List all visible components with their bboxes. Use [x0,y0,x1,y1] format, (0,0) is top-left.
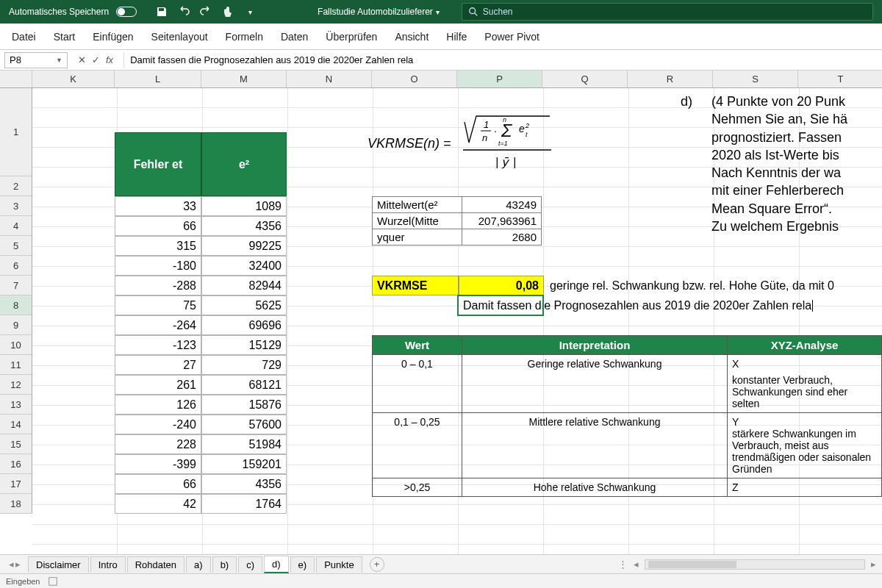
new-sheet-button[interactable]: + [370,557,384,572]
redo-icon[interactable] [198,4,213,19]
cell-M6[interactable]: 32400 [201,256,287,276]
ribbon-tab-daten[interactable]: Daten [281,25,308,49]
cell-L7[interactable]: -288 [115,276,201,295]
row-3[interactable]: 3 [0,196,32,216]
row-7[interactable]: 7 [0,276,32,295]
cell-M15[interactable]: 51984 [201,434,287,454]
ribbon-tab-hilfe[interactable]: Hilfe [446,25,467,49]
cell-L14[interactable]: -240 [115,415,201,434]
cell-M8[interactable]: 5625 [201,295,287,315]
sheet-tab-e[interactable]: e) [290,556,315,573]
cell-M16[interactable]: 159201 [201,454,287,474]
cell-M10[interactable]: 15129 [201,335,287,355]
hscroll-right-icon[interactable]: ▸ [871,559,876,570]
cell-M12[interactable]: 68121 [201,375,287,395]
interp-h-wert[interactable]: Wert [373,336,462,355]
cell-L10[interactable]: -123 [115,335,201,355]
touch-icon[interactable] [220,4,235,19]
select-all-corner[interactable] [0,71,32,88]
overflow-icon[interactable]: ▾ [243,4,257,19]
cell-L17[interactable]: 66 [115,474,201,494]
row-15[interactable]: 15 [0,434,32,454]
name-box[interactable]: P8 ▼ [4,52,68,68]
interp-h-xyz[interactable]: XYZ-Analyse [728,336,882,355]
formula-input[interactable]: Damit fassen die Prognosezahlen aus 2019… [123,52,882,68]
col-R[interactable]: R [628,71,713,88]
cell-L5[interactable]: 315 [115,236,201,256]
interp-r1-wert[interactable]: 0 – 0,1 [373,355,462,413]
cell-P8-editing[interactable]: Damit fassen die Prognosezahlen aus 2019… [459,295,878,315]
autosave-toggle[interactable] [116,7,137,17]
interp-r1-xyz[interactable]: Xkonstanter Verbrauch, Schwankungen sind… [728,355,882,413]
cell-M9[interactable]: 69696 [201,315,287,335]
cell-M7[interactable]: 82944 [201,276,287,295]
cell-M13[interactable]: 15876 [201,395,287,415]
sheet-tab-c[interactable]: c) [238,556,262,573]
cell-L11[interactable]: 27 [115,355,201,375]
row-10[interactable]: 10 [0,335,32,355]
col-K[interactable]: K [32,71,115,88]
ribbon-tab-powerpivot[interactable]: Power Pivot [484,25,539,49]
row-9[interactable]: 9 [0,315,32,335]
cell-L13[interactable]: 126 [115,395,201,415]
sheet-tab-rohdaten[interactable]: Rohdaten [127,556,184,573]
cell-M11[interactable]: 729 [201,355,287,375]
cell-M17[interactable]: 4356 [201,474,287,494]
accessibility-icon[interactable] [48,576,58,587]
header-fehler-et[interactable]: Fehler et [115,132,201,196]
col-O[interactable]: O [372,71,457,88]
cell-L8[interactable]: 75 [115,295,201,315]
ribbon-tab-seitenlayout[interactable]: Seitenlayout [151,25,208,49]
sheet-area[interactable]: K L M N O P Q R S T 1 2 3 4 5 6 7 8 9 10… [0,71,882,559]
row-2[interactable]: 2 [0,176,32,196]
file-name[interactable]: Fallstudie Automobilzulieferer▾ [318,7,440,17]
row-8[interactable]: 8 [0,295,32,315]
cell-L6[interactable]: -180 [115,256,201,276]
ribbon-tab-start[interactable]: Start [54,25,76,49]
ribbon-tab-ueberpruefen[interactable]: Überprüfen [326,25,377,49]
cell-L9[interactable]: -264 [115,315,201,335]
row-16[interactable]: 16 [0,454,32,474]
horizontal-scrollbar[interactable] [645,559,865,570]
tab-nav-next-icon[interactable]: ▸ [15,559,21,570]
cell-M4[interactable]: 4356 [201,216,287,236]
row-11[interactable]: 11 [0,355,32,375]
ribbon-tab-einfuegen[interactable]: Einfügen [93,25,133,49]
cell-L15[interactable]: 228 [115,434,201,454]
undo-icon[interactable] [176,4,191,19]
row-14[interactable]: 14 [0,415,32,434]
cell-M3[interactable]: 1089 [201,196,287,216]
row-5[interactable]: 5 [0,236,32,256]
row-12[interactable]: 12 [0,375,32,395]
cell-L12[interactable]: 261 [115,375,201,395]
cell-ybar-label[interactable]: yquer [373,229,462,245]
cell-L4[interactable]: 66 [115,216,201,236]
ribbon-tab-formeln[interactable]: Formeln [226,25,263,49]
row-6[interactable]: 6 [0,256,32,276]
hscroll-left-icon[interactable]: ◂ [634,559,639,570]
interp-r3-xyz[interactable]: Z [728,478,882,497]
cell-M18[interactable]: 1764 [201,494,287,514]
ribbon-tab-ansicht[interactable]: Ansicht [395,25,429,49]
cell-M14[interactable]: 57600 [201,415,287,434]
cell-ybar-val[interactable]: 2680 [462,229,542,245]
row-17[interactable]: 17 [0,474,32,494]
cell-L18[interactable]: 42 [115,494,201,514]
interp-r1-interp[interactable]: Geringe relative Schwankung [462,355,728,413]
cell-M5[interactable]: 99225 [201,236,287,256]
row-1[interactable]: 1 [0,88,32,176]
tab-split-icon[interactable]: ⋮ [618,559,628,570]
tab-nav-prev-icon[interactable]: ◂ [9,559,14,570]
header-e2[interactable]: e² [201,132,287,196]
cell-sqrt-val[interactable]: 207,963961 [462,213,542,229]
search-box[interactable]: Suchen [462,3,873,21]
interp-r3-wert[interactable]: >0,25 [373,478,462,497]
interp-r2-interp[interactable]: Mittlere relative Schwankung [462,413,728,478]
sheet-tab-punkte[interactable]: Punkte [316,556,362,573]
sheet-tab-intro[interactable]: Intro [90,556,126,573]
col-S[interactable]: S [713,71,798,88]
interp-h-interp[interactable]: Interpretation [462,336,728,355]
cell-vkrmse-label[interactable]: VKRMSE [372,276,459,295]
col-Q[interactable]: Q [542,71,628,88]
col-P[interactable]: P [457,71,542,88]
